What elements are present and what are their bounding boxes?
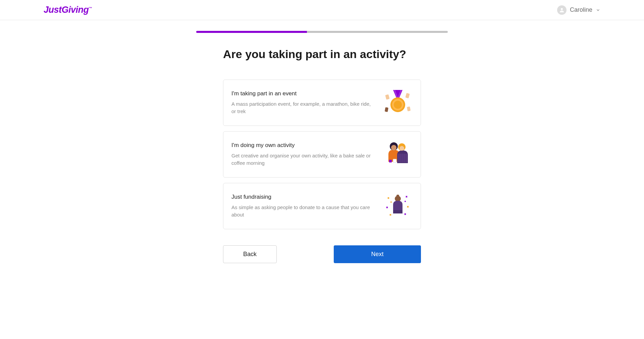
svg-point-3: [394, 101, 402, 109]
option-description: As simple as asking people to donate to …: [231, 204, 376, 219]
svg-rect-6: [385, 107, 388, 112]
svg-rect-4: [385, 94, 389, 100]
option-text: Just fundraising As simple as asking peo…: [231, 194, 383, 219]
main-area: Are you taking part in an activity? I'm …: [223, 48, 421, 277]
svg-rect-7: [407, 106, 411, 111]
option-event[interactable]: I'm taking part in an event A mass parti…: [223, 80, 421, 126]
svg-point-0: [561, 8, 563, 10]
option-description: A mass participation event, for example,…: [231, 100, 376, 115]
next-button[interactable]: Next: [334, 245, 421, 263]
svg-rect-18: [393, 159, 396, 162]
progress-fill: [196, 31, 307, 33]
option-text: I'm doing my own activity Get creative a…: [231, 142, 383, 167]
svg-point-22: [390, 201, 392, 203]
svg-point-11: [399, 146, 404, 151]
logo[interactable]: JustGiving™: [44, 5, 92, 15]
option-fundraising[interactable]: Just fundraising As simple as asking peo…: [223, 183, 421, 229]
people-illustration: [383, 140, 413, 168]
svg-rect-17: [389, 160, 392, 162]
option-title: I'm doing my own activity: [231, 142, 376, 149]
svg-rect-21: [393, 210, 402, 213]
content-wrapper: Are you taking part in an activity? I'm …: [196, 20, 448, 277]
page-header: JustGiving™ Caroline: [0, 0, 644, 20]
logo-text: JustGiving: [44, 5, 89, 15]
page-title: Are you taking part in an activity?: [223, 48, 421, 61]
option-description: Get creative and organise your own activ…: [231, 152, 376, 167]
progress-bar: [196, 31, 448, 33]
svg-rect-20: [396, 195, 399, 198]
person-icon: [559, 7, 565, 13]
option-text: I'm taking part in an event A mass parti…: [231, 90, 383, 115]
logo-trademark: ™: [89, 6, 92, 10]
medal-illustration: [383, 89, 413, 117]
back-button[interactable]: Back: [223, 245, 277, 263]
button-row: Back Next: [223, 245, 421, 277]
user-name: Caroline: [570, 6, 592, 13]
celebration-illustration: [383, 192, 413, 220]
option-own-activity[interactable]: I'm doing my own activity Get creative a…: [223, 131, 421, 178]
avatar: [557, 5, 567, 15]
option-title: I'm taking part in an event: [231, 90, 376, 97]
chevron-down-icon: [596, 8, 600, 12]
svg-point-23: [405, 201, 406, 202]
svg-rect-5: [405, 93, 410, 98]
svg-point-9: [391, 145, 396, 150]
user-menu[interactable]: Caroline: [557, 5, 600, 15]
option-title: Just fundraising: [231, 194, 376, 200]
